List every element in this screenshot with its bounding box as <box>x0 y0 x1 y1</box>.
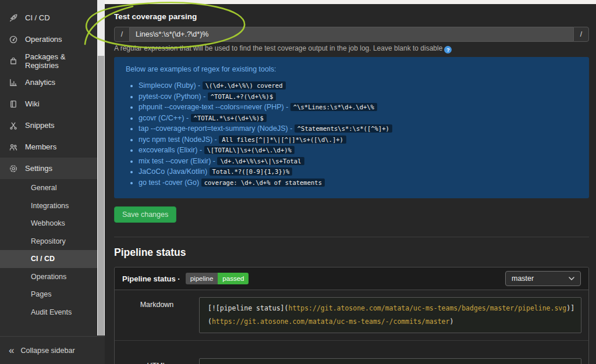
regex-tool-link[interactable]: excoveralls (Elixir) <box>139 146 197 154</box>
regex-example-item: go test -cover (Go) coverage: \d+.\d+% o… <box>139 177 577 188</box>
sidebar-item-label: Settings <box>25 164 52 173</box>
sidebar-item-analytics[interactable]: Analytics <box>0 72 97 93</box>
pipeline-badge-status: passed <box>218 273 249 284</box>
branch-select-dropdown[interactable]: master <box>505 271 581 286</box>
markdown-code-box[interactable]: [![pipeline status](https://git.atosone.… <box>199 297 581 333</box>
sidebar-item-label: Analytics <box>25 78 55 87</box>
code-token: )] <box>566 304 574 312</box>
sidebar-subitem-webhooks[interactable]: Webhooks <box>0 215 97 233</box>
regex-example-item: gcovr (C/C++) - ^TOTAL.*\s+(\d+\%)$ <box>139 113 577 124</box>
regex-tool-link[interactable]: pytest-cov (Python) <box>139 92 201 101</box>
separator: - <box>212 135 219 144</box>
sidebar-subitem-audit-events[interactable]: Audit Events <box>0 304 97 322</box>
regex-tool-link[interactable]: tap --coverage-report=text-summary (Node… <box>139 124 288 133</box>
code-token: ) <box>449 317 453 326</box>
rocket-icon <box>9 13 18 23</box>
regex-tool-link[interactable]: go test -cover (Go) <box>139 179 199 187</box>
branch-select-value: master <box>512 274 534 283</box>
page-top-gap <box>105 0 596 4</box>
markdown-code-line: [![pipeline status](https://git.atosone.… <box>208 302 573 315</box>
sidebar-subitem-repository[interactable]: Repository <box>0 233 97 251</box>
gear-icon <box>9 164 18 173</box>
sidebar: CI / CD Operations Packages & Registries… <box>0 0 105 364</box>
regex-tool-link[interactable]: nyc npm test (NodeJS) <box>139 135 212 144</box>
regex-example-item: pytest-cov (Python) - ^TOTAL.+?(\d+\%)$ <box>139 91 577 102</box>
sidebar-item-snippets[interactable]: Snippets <box>0 115 97 136</box>
package-icon <box>9 56 18 66</box>
sidebar-subitem-general[interactable]: General <box>0 179 97 197</box>
html-label: HTML <box>115 358 199 364</box>
separator: - <box>284 103 290 111</box>
sidebar-item-wiki[interactable]: Wiki <box>0 93 97 115</box>
regex-tool-link[interactable]: Simplecov (Ruby) <box>139 81 196 90</box>
markdown-row: Markdown [![pipeline status](https://git… <box>115 290 588 340</box>
sidebar-item-label: Operations <box>25 35 62 44</box>
coverage-regex-input-group: / / <box>114 27 589 42</box>
sidebar-item-ci-cd[interactable]: CI / CD <box>0 7 97 28</box>
sidebar-subitem-label: Audit Events <box>31 308 72 316</box>
sidebar-item-label: Wiki <box>25 99 40 108</box>
help-icon[interactable]: ? <box>444 46 452 53</box>
regex-code: coverage: \d+.\d+% of statements <box>201 179 325 187</box>
code-token-url: https://git.atosone.com/matata/uc-ms-tea… <box>288 304 566 312</box>
pipeline-status-heading: Pipeline status <box>114 247 589 259</box>
code-token-url: https://git.atosone.com/matata/uc-ms-tea… <box>212 317 450 326</box>
test-coverage-parsing-title: Test coverage parsing <box>114 12 589 21</box>
separator: - <box>201 92 208 101</box>
regex-tool-link[interactable]: gcovr (C/C++) <box>139 114 185 122</box>
sidebar-item-settings[interactable]: Settings <box>0 158 97 179</box>
collapse-sidebar-label: Collapse sidebar <box>20 347 74 355</box>
sidebar-subitem-ci-cd[interactable]: CI / CD <box>0 250 97 268</box>
sidebar-subitem-label: Integrations <box>31 202 69 210</box>
regex-examples-list: Simplecov (Ruby) - \(\d+.\d+\%\) covered… <box>126 80 577 188</box>
regex-code: ^\s*Lines:\s*\d+.\d+\% <box>290 103 377 111</box>
book-icon <box>9 99 18 109</box>
regex-code: \(\d+.\d+\%\) covered <box>203 81 286 90</box>
collapse-sidebar-button[interactable]: « Collapse sidebar <box>0 336 105 364</box>
pipeline-status-panel: Pipeline status · pipeline passed master… <box>114 267 589 364</box>
markdown-code-line: (https://git.atosone.com/matata/uc-ms-te… <box>208 315 573 329</box>
section-divider <box>114 237 589 237</box>
regex-tool-link[interactable]: phpunit --coverage-text --colors=never (… <box>139 103 284 111</box>
regex-tool-link[interactable]: JaCoCo (Java/Kotlin) <box>139 167 207 176</box>
regex-example-item: excoveralls (Elixir) - \[TOTAL\]\s+(\d+\… <box>139 145 577 156</box>
sidebar-item-label: CI / CD <box>25 13 50 22</box>
sidebar-nav: CI / CD Operations Packages & Registries… <box>0 0 105 321</box>
code-token: [![pipeline status]( <box>208 304 288 312</box>
gauge-icon <box>9 35 18 44</box>
coverage-help-text-content: A regular expression that will be used t… <box>114 44 442 52</box>
regex-tool-link[interactable]: mix test --cover (Elixir) <box>139 157 211 165</box>
separator: - <box>197 146 204 154</box>
regex-code: ^Statements\s*:\s*([^%]+) <box>295 124 392 133</box>
main-content: Test coverage parsing / / A regular expr… <box>105 0 596 364</box>
coverage-regex-input[interactable] <box>130 27 573 42</box>
sidebar-item-packages-registries[interactable]: Packages & Registries <box>0 50 97 72</box>
regex-examples-intro: Below are examples of regex for existing… <box>126 65 577 73</box>
chevron-down-icon <box>569 277 574 280</box>
scissors-icon <box>9 121 18 130</box>
regex-suffix-addon: / <box>573 27 589 42</box>
sidebar-subitem-integrations[interactable]: Integrations <box>0 197 97 215</box>
regex-code: \[TOTAL\]\s+(\d+\.\d+)% <box>204 146 295 154</box>
sidebar-subitem-label: Operations <box>31 273 66 281</box>
sidebar-subitem-label: CI / CD <box>31 255 55 263</box>
separator: - <box>185 114 191 122</box>
regex-example-item: nyc npm test (NodeJS) - All files[^|]*\|… <box>139 134 577 145</box>
sidebar-scrollbar-thumb[interactable] <box>98 56 104 336</box>
regex-prefix-addon: / <box>114 27 130 42</box>
sidebar-subitem-label: General <box>31 184 56 192</box>
sidebar-subitem-pages[interactable]: Pages <box>0 286 97 304</box>
sidebar-scrollbar[interactable] <box>97 0 105 336</box>
sidebar-item-label: Members <box>25 142 56 151</box>
save-changes-button[interactable]: Save changes <box>114 206 176 223</box>
regex-code: Total.*?([0-9]{1,3})% <box>210 167 293 176</box>
sidebar-subitem-operations[interactable]: Operations <box>0 268 97 286</box>
pipeline-panel-title: Pipeline status · <box>122 274 180 283</box>
sidebar-item-members[interactable]: Members <box>0 136 97 158</box>
chart-icon <box>9 78 18 87</box>
separator: - <box>196 81 203 90</box>
sidebar-subitem-label: Repository <box>31 237 66 245</box>
pipeline-badge: pipeline passed <box>186 273 249 284</box>
html-code-box[interactable]: <a href="https://git.atosone.com/matata/… <box>199 358 581 364</box>
sidebar-item-operations[interactable]: Operations <box>0 28 97 50</box>
